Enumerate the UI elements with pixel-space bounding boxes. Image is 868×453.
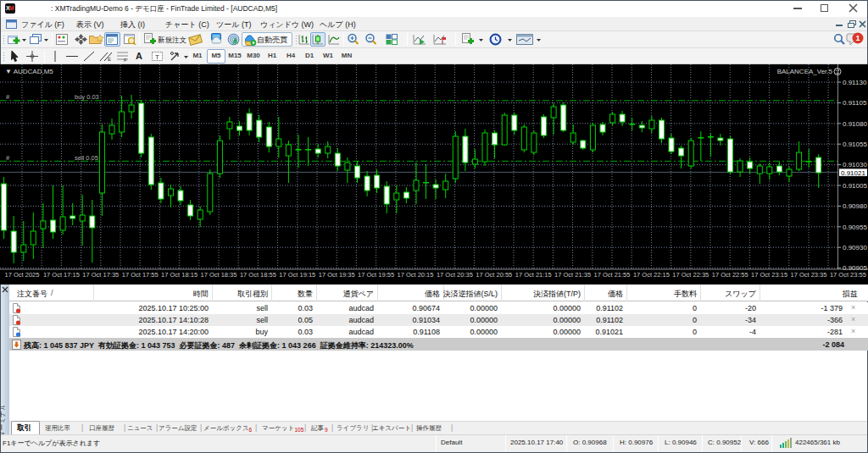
svg-text:0.91055: 0.91055 [843, 141, 867, 148]
svg-text:17 Oct 22:15: 17 Oct 22:15 [633, 271, 670, 279]
svg-text:0.91130: 0.91130 [843, 79, 867, 86]
svg-text:#: # [6, 93, 10, 101]
svg-text:17 Oct 19:15: 17 Oct 19:15 [279, 271, 315, 279]
svg-text:17 Oct 19:55: 17 Oct 19:55 [358, 271, 394, 279]
svg-text:17 Oct 18:15: 17 Oct 18:15 [161, 271, 198, 279]
svg-text:#: # [6, 154, 10, 162]
svg-text:0.91080: 0.91080 [843, 120, 867, 128]
svg-text:0.90980: 0.90980 [843, 202, 867, 210]
svg-text:17 Oct 17:35: 17 Oct 17:35 [82, 271, 119, 279]
svg-text:17 Oct 17:55: 17 Oct 17:55 [122, 271, 159, 279]
svg-text:17 Oct 22:35: 17 Oct 22:35 [672, 271, 709, 279]
svg-text:17 Oct 21:35: 17 Oct 21:35 [554, 271, 591, 279]
svg-text:ターミナル: ターミナル [0, 406, 6, 436]
svg-text:17 Oct 18:55: 17 Oct 18:55 [240, 271, 276, 279]
svg-text:0.91030: 0.91030 [843, 161, 867, 168]
svg-text:17 Oct 21:55: 17 Oct 21:55 [594, 271, 631, 279]
svg-text:buy 0.03: buy 0.03 [75, 93, 99, 101]
svg-text:1: 1 [855, 34, 860, 42]
svg-text:17 Oct 21:15: 17 Oct 21:15 [515, 271, 552, 279]
svg-text:0.90955: 0.90955 [843, 224, 867, 231]
svg-text:17 Oct 17:15: 17 Oct 17:15 [43, 271, 80, 279]
svg-text:17 Oct 23:55: 17 Oct 23:55 [830, 271, 866, 279]
svg-text:T: T [155, 53, 159, 61]
svg-text:0.91005: 0.91005 [843, 182, 867, 190]
svg-text:17 Oct 20:35: 17 Oct 20:35 [437, 271, 473, 279]
svg-text:0.90930: 0.90930 [843, 244, 867, 251]
svg-text:0.91105: 0.91105 [843, 99, 867, 107]
svg-text:17 Oct 20:15: 17 Oct 20:15 [398, 271, 434, 279]
svg-text:▼ AUDCAD,M5: ▼ AUDCAD,M5 [5, 68, 53, 75]
svg-text:17 Oct 19:35: 17 Oct 19:35 [319, 271, 355, 279]
svg-text:17 Oct 20:55: 17 Oct 20:55 [476, 271, 512, 279]
svg-text:17 Oct 18:35: 17 Oct 18:35 [201, 271, 237, 279]
svg-text:17 Oct 23:15: 17 Oct 23:15 [751, 271, 787, 279]
svg-text:BALANCEA_Ver.5: BALANCEA_Ver.5 [777, 68, 833, 75]
svg-text:sell 0.05: sell 0.05 [75, 154, 98, 162]
svg-text:0.91021: 0.91021 [841, 169, 865, 177]
svg-text:17 Oct 2025: 17 Oct 2025 [5, 271, 40, 279]
svg-text:17 Oct 22:55: 17 Oct 22:55 [712, 271, 748, 279]
svg-text:E: E [108, 57, 111, 62]
svg-text:17 Oct 23:35: 17 Oct 23:35 [791, 271, 827, 279]
svg-text:F: F [124, 58, 127, 62]
